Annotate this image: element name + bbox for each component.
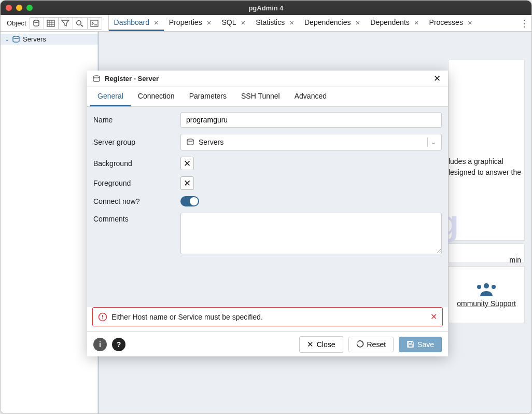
tab-sql[interactable]: SQL× [216,15,250,31]
foreground-label: Foreground [93,179,180,187]
tab-dashboard[interactable]: Dashboard× [109,15,164,31]
tab-properties[interactable]: Properties× [164,15,217,31]
app-window: pgAdmin 4 Object Dashboard× Properties× … [0,0,532,414]
comments-label: Comments [93,213,180,223]
dialog-close-button[interactable]: ✕ [431,73,443,85]
error-banner: Either Host name or Service must be spec… [92,307,443,326]
svg-rect-8 [91,20,98,26]
svg-line-7 [81,25,83,26]
close-icon[interactable]: × [207,18,212,27]
tab-overflow-menu[interactable]: ⋮ [517,15,531,31]
reset-icon [356,340,364,348]
help-icon[interactable]: ? [112,338,125,351]
svg-point-14 [187,139,193,141]
object-menu[interactable]: Object [3,19,30,27]
save-button[interactable]: Save [399,337,442,352]
svg-rect-18 [409,341,412,343]
chevron-down-icon: ⌄ [431,139,436,146]
background-label: Background [93,159,180,168]
svg-point-17 [102,318,103,319]
dialog-footer: i ? ✕Close Reset Save [87,332,448,356]
dialog-header: Register - Server ✕ [87,71,448,87]
close-icon: ✕ [307,340,314,349]
filter-rows-icon[interactable] [59,17,73,30]
name-input[interactable] [180,112,442,128]
view-data-icon[interactable] [44,17,59,30]
info-icon[interactable]: i [93,338,107,351]
users-icon [475,282,498,297]
welcome-card-fragment [448,60,525,241]
tab-ssh-tunnel[interactable]: SSH Tunnel [234,87,287,106]
partial-text-2: min [509,255,521,266]
server-group-icon [12,36,20,43]
close-icon[interactable]: × [468,18,472,27]
dialog-tabbar: General Connection Parameters SSH Tunnel… [87,87,448,107]
tree-root-servers[interactable]: ⌄ Servers [1,34,98,45]
sidebar: ⌄ Servers [1,32,99,413]
server-group-label: Server group [93,138,180,146]
tab-dependencies[interactable]: Dependencies× [299,15,365,31]
server-group-icon [186,139,194,146]
tab-statistics[interactable]: Statistics× [250,15,299,31]
svg-point-9 [13,36,19,38]
query-tool-icon[interactable] [30,17,44,30]
close-button[interactable]: ✕Close [299,336,343,353]
dialog-title: Register - Server [105,75,159,82]
close-icon[interactable]: × [154,18,159,27]
svg-point-11 [477,285,481,289]
dialog-body: Name Server group Servers ⌄ [87,107,448,307]
svg-point-12 [492,285,496,289]
tab-parameters[interactable]: Parameters [182,87,234,106]
close-icon[interactable]: × [414,18,419,27]
tab-general[interactable]: General [90,87,131,106]
svg-point-13 [93,75,100,77]
svg-point-10 [484,283,489,288]
connect-now-label: Connect now? [93,197,180,205]
tab-connection[interactable]: Connection [131,87,182,106]
close-icon[interactable]: × [289,18,294,27]
foreground-color-button[interactable]: ✕ [180,176,194,190]
comments-textarea[interactable] [180,213,442,254]
error-icon [98,312,107,322]
titlebar: pgAdmin 4 [1,1,531,15]
name-label: Name [93,116,180,124]
close-icon[interactable]: × [356,18,360,27]
background-color-button[interactable]: ✕ [180,157,194,170]
tab-advanced[interactable]: Advanced [287,87,334,106]
server-group-value: Servers [199,138,223,146]
community-support-link[interactable]: ommunity Support [457,299,516,308]
reset-button[interactable]: Reset [348,337,394,352]
main-toolbar: Object Dashboard× Properties× SQL× Stati… [1,15,531,32]
svg-point-6 [77,20,81,24]
chevron-down-icon[interactable]: ⌄ [5,36,9,43]
connect-now-toggle[interactable] [180,196,199,206]
window-title: pgAdmin 4 [1,4,531,12]
close-icon[interactable]: × [241,18,245,27]
partial-text: ludes a graphicallesigned to answer the [449,156,521,178]
register-server-dialog: Register - Server ✕ General Connection P… [87,71,448,356]
tree: ⌄ Servers [1,32,98,47]
tab-processes[interactable]: Processes× [424,15,478,31]
search-icon[interactable] [73,17,88,30]
server-icon [92,75,101,82]
save-icon [407,340,414,348]
tab-dependents[interactable]: Dependents× [365,15,424,31]
error-dismiss-button[interactable]: ✕ [430,312,437,322]
main-tabbar: Dashboard× Properties× SQL× Statistics× … [108,15,531,31]
main-area: ⌄ Servers ludes a graphicallesigned to a… [1,32,531,413]
server-group-select[interactable]: Servers ⌄ [180,134,442,150]
svg-point-0 [34,20,39,22]
community-support-card: ommunity Support [448,266,525,323]
svg-rect-1 [47,20,54,26]
psql-tool-icon[interactable] [88,17,102,30]
error-text: Either Host name or Service must be spec… [111,313,263,321]
tree-label: Servers [23,35,46,43]
